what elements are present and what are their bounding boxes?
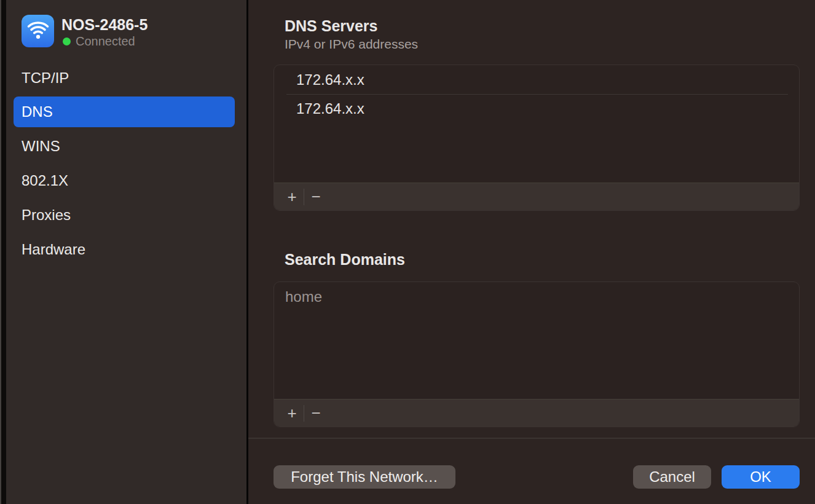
- sidebar-item-wins[interactable]: WINS: [14, 131, 235, 162]
- row-divider: [286, 94, 788, 95]
- dns-servers-rows: 172.64.x.x 172.64.x.x: [274, 65, 799, 183]
- ok-button[interactable]: OK: [722, 465, 800, 489]
- sidebar-item-hardware[interactable]: Hardware: [14, 234, 235, 265]
- sidebar-item-8021x[interactable]: 802.1X: [14, 165, 235, 196]
- footer-divider: [248, 438, 815, 439]
- sidebar-item-proxies[interactable]: Proxies: [14, 200, 235, 230]
- dns-server-entry[interactable]: 172.64.x.x: [274, 94, 799, 123]
- dns-servers-subtitle: IPv4 or IPv6 addresses: [285, 37, 418, 52]
- window-edge: [0, 0, 6, 504]
- search-domains-toolbar: + −: [274, 399, 799, 427]
- dns-servers-title: DNS Servers: [285, 17, 377, 35]
- search-domain-entry[interactable]: home: [274, 282, 799, 311]
- minus-icon[interactable]: −: [304, 184, 328, 210]
- dns-server-entry[interactable]: 172.64.x.x: [274, 65, 799, 94]
- sidebar: NOS-2486-5 Connected TCP/IP DNS WINS 802…: [6, 0, 246, 504]
- sidebar-item-tcpip[interactable]: TCP/IP: [14, 63, 235, 93]
- plus-icon[interactable]: +: [280, 400, 304, 426]
- content-panel: DNS Servers IPv4 or IPv6 addresses 172.6…: [248, 0, 815, 504]
- forget-network-button[interactable]: Forget This Network…: [274, 465, 455, 489]
- minus-icon[interactable]: −: [304, 400, 328, 426]
- network-name: NOS-2486-5: [61, 16, 148, 34]
- sidebar-item-dns[interactable]: DNS: [14, 96, 235, 127]
- connected-status-label: Connected: [76, 34, 135, 49]
- connected-status-dot: [63, 37, 71, 45]
- dns-servers-toolbar: + −: [274, 183, 799, 210]
- cancel-button[interactable]: Cancel: [633, 465, 711, 489]
- search-domains-list: home + −: [274, 282, 800, 427]
- network-status: Connected: [63, 34, 135, 49]
- network-details-window: NOS-2486-5 Connected TCP/IP DNS WINS 802…: [0, 0, 815, 504]
- wifi-icon: [22, 15, 54, 47]
- search-domains-rows: home: [274, 282, 799, 399]
- dns-servers-list: 172.64.x.x 172.64.x.x + −: [274, 65, 800, 211]
- search-domains-title: Search Domains: [285, 251, 405, 269]
- plus-icon[interactable]: +: [280, 184, 304, 210]
